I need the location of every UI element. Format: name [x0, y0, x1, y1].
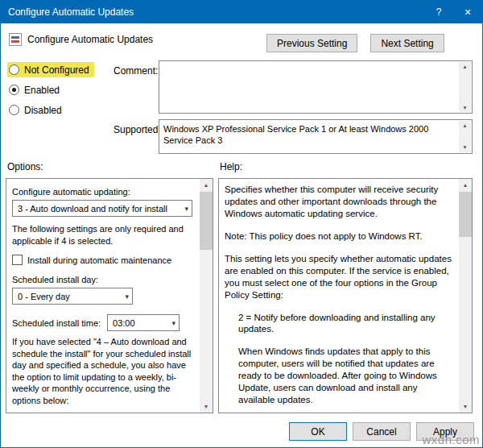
policy-name: Configure Automatic Updates: [27, 34, 153, 45]
supported-on-value: Windows XP Professional Service Pack 1 o…: [163, 124, 428, 145]
help-paragraph: This setting lets you specify whether au…: [225, 253, 452, 301]
help-paragraph: Note: This policy does not apply to Wind…: [225, 230, 452, 243]
configure-updating-select[interactable]: 3 - Auto download and notify for install…: [12, 200, 192, 217]
supported-scroll-strip[interactable]: ▲ ▼: [459, 121, 471, 152]
scroll-up-icon[interactable]: ▲: [462, 64, 467, 69]
scroll-down-icon[interactable]: ▼: [200, 400, 213, 413]
help-paragraph: When Windows finds updates that apply to…: [225, 346, 452, 406]
title-bar: Configure Automatic Updates ? ✕: [1, 1, 482, 23]
scroll-up-icon[interactable]: ▲: [462, 122, 467, 129]
radio-circle-icon: [9, 105, 19, 115]
help-paragraph: 2 = Notify before downloading and instal…: [225, 312, 452, 336]
scheduled-time-label: Scheduled install time:: [12, 318, 101, 328]
chevron-down-icon: ▾: [172, 319, 176, 327]
scheduled-time-select[interactable]: 03:00 ▾: [107, 314, 180, 331]
options-content: Configure automatic updating: 3 - Auto d…: [6, 179, 199, 413]
scroll-down-icon[interactable]: ▼: [459, 400, 472, 413]
radio-label: Enabled: [24, 85, 60, 96]
checkbox-label: Install during automatic maintenance: [27, 255, 171, 265]
help-icon[interactable]: ?: [424, 1, 453, 23]
options-scrollbar[interactable]: ▲ ▼: [200, 179, 213, 413]
chevron-down-icon: ▾: [125, 292, 129, 301]
options-scrollbar-thumb[interactable]: [200, 192, 213, 250]
scheduled-time-row: Scheduled install time: 03:00 ▾: [12, 314, 193, 331]
next-setting-button[interactable]: Next Setting: [370, 34, 444, 52]
window-title: Configure Automatic Updates: [1, 6, 424, 18]
policy-icon: [9, 33, 22, 46]
comment-label: Comment:: [114, 65, 158, 77]
chevron-down-icon: ▾: [184, 205, 188, 213]
policy-header: Configure Automatic Updates: [9, 33, 153, 46]
help-section-label: Help:: [220, 161, 242, 172]
supported-on-textbox[interactable]: Windows XP Professional Service Pack 1 o…: [159, 119, 473, 154]
scroll-up-icon[interactable]: ▲: [200, 179, 213, 191]
help-panel: Specifies whether this computer will rec…: [218, 178, 473, 413]
radio-disabled[interactable]: Disabled: [7, 102, 67, 118]
watermark: wxdn.com: [422, 433, 480, 446]
select-value: 03:00: [113, 318, 135, 328]
install-maintenance-checkbox[interactable]: [12, 255, 23, 265]
select-value: 3 - Auto download and notify for install: [18, 204, 167, 214]
radio-not-configured[interactable]: Not Configured: [7, 62, 94, 77]
options-panel: Configure automatic updating: 3 - Auto d…: [6, 178, 213, 413]
scheduled-day-select[interactable]: 0 - Every day ▾: [12, 288, 133, 305]
options-section-label: Options:: [7, 161, 43, 172]
cancel-button[interactable]: Cancel: [353, 422, 411, 441]
close-icon[interactable]: ✕: [453, 1, 482, 23]
options-note-2: If you have selected "4 – Auto download …: [12, 336, 193, 406]
configure-updating-label: Configure automatic updating:: [12, 187, 193, 197]
radio-enabled[interactable]: Enabled: [7, 82, 64, 97]
configure-automatic-updates-dialog: Configure Automatic Updates ? ✕ Configur…: [0, 0, 483, 448]
scroll-down-icon[interactable]: ▼: [462, 144, 467, 151]
comment-scroll-strip[interactable]: ▲ ▼: [459, 62, 471, 112]
radio-label: Not Configured: [24, 64, 89, 76]
radio-label: Disabled: [24, 105, 62, 116]
select-value: 0 - Every day: [18, 292, 70, 301]
ok-button[interactable]: OK: [289, 422, 347, 441]
radio-circle-icon: [9, 64, 19, 75]
setting-navigation: Previous Setting Next Setting: [266, 34, 444, 52]
setting-state-radio-group: Not Configured Enabled Disabled: [7, 62, 94, 122]
comment-textbox[interactable]: ▲ ▼: [159, 60, 473, 114]
help-scrollbar-thumb[interactable]: [459, 192, 472, 237]
help-scrollbar[interactable]: ▲ ▼: [459, 179, 472, 413]
scroll-up-icon[interactable]: ▲: [459, 179, 472, 191]
options-note-1: The following settings are only required…: [12, 223, 193, 247]
help-paragraph: Specifies whether this computer will rec…: [225, 184, 452, 220]
scheduled-day-label: Scheduled install day:: [12, 275, 193, 284]
previous-setting-button[interactable]: Previous Setting: [266, 34, 357, 52]
scroll-down-icon[interactable]: ▼: [462, 105, 467, 110]
install-maintenance-row[interactable]: Install during automatic maintenance: [12, 255, 193, 265]
radio-circle-icon: [9, 85, 19, 95]
help-content: Specifies whether this computer will rec…: [219, 179, 458, 413]
